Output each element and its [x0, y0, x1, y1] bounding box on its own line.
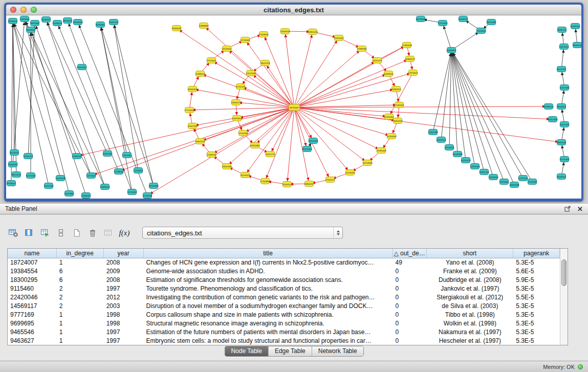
graph-node[interactable]: 10450844: [19, 16, 30, 22]
graph-node[interactable]: 17436244: [206, 152, 216, 158]
graph-node[interactable]: 17485608: [402, 42, 412, 48]
show-columns-icon[interactable]: [23, 227, 35, 239]
zoom-button[interactable]: [31, 7, 37, 13]
graph-node[interactable]: 10581482: [102, 151, 113, 157]
graph-node[interactable]: 10223014: [559, 44, 569, 50]
graph-node[interactable]: 9546327: [42, 17, 51, 23]
graph-node[interactable]: 15069534: [383, 71, 394, 77]
table-scrollbar[interactable]: [560, 249, 568, 345]
graph-node[interactable]: 9634505: [9, 18, 17, 24]
graph-node[interactable]: 17714006: [184, 107, 194, 113]
function-builder-icon[interactable]: f(x): [118, 227, 130, 239]
column-header-pagerank[interactable]: pagerank: [513, 249, 560, 258]
graph-node[interactable]: 15548489: [452, 151, 463, 157]
graph-node[interactable]: 16059741: [458, 16, 468, 22]
graph-node[interactable]: 15961924: [479, 169, 489, 175]
graph-node[interactable]: 15303102: [282, 182, 292, 187]
graph-node[interactable]: 11136558: [143, 193, 153, 199]
graph-node[interactable]: 15958104: [543, 104, 554, 110]
graph-node[interactable]: 12610651: [334, 35, 344, 41]
column-header-name[interactable]: name: [8, 249, 57, 258]
graph-node[interactable]: 9103504: [557, 174, 566, 180]
graph-node[interactable]: 14988890: [199, 23, 209, 29]
graph-node[interactable]: 20610441: [77, 64, 87, 70]
graph-node[interactable]: 16983075: [405, 56, 415, 62]
graph-node[interactable]: 11381111: [72, 154, 81, 159]
graph-node[interactable]: 10205270: [23, 154, 33, 159]
graph-node[interactable]: 16155276: [372, 58, 382, 63]
graph-node[interactable]: 19126904: [302, 146, 312, 152]
graph-node[interactable]: 15734063: [240, 37, 250, 43]
graph-node[interactable]: 9861034: [557, 140, 566, 145]
graph-node[interactable]: 15820306: [222, 164, 232, 169]
graph-node[interactable]: 9856953: [27, 27, 35, 33]
graph-node[interactable]: 10900271: [231, 100, 241, 105]
scrollbar-thumb[interactable]: [561, 259, 567, 286]
minimize-button[interactable]: [20, 7, 27, 13]
graph-hub-node[interactable]: 18724007: [289, 104, 300, 111]
graph-node[interactable]: 12944421: [81, 193, 91, 199]
graph-node[interactable]: 14976160: [470, 164, 480, 169]
table-selector-combobox[interactable]: citations_edges.txt: [142, 227, 343, 239]
graph-node[interactable]: 18022978: [260, 60, 270, 66]
combobox-arrows-icon[interactable]: [333, 227, 342, 238]
graph-node[interactable]: 9824200: [63, 18, 72, 24]
graph-node[interactable]: 16380914: [391, 86, 401, 92]
graph-node[interactable]: 16906098: [509, 182, 519, 188]
table-row[interactable]: 946554611997Estimation of the future num…: [8, 328, 560, 337]
window-titlebar[interactable]: citations_edges.txt: [6, 5, 581, 15]
tab-network-table[interactable]: Network Table: [312, 346, 363, 356]
graph-node[interactable]: 10725264: [26, 173, 36, 179]
column-header-short[interactable]: short: [427, 249, 514, 258]
graph-node[interactable]: 17024604: [258, 32, 269, 37]
graph-node[interactable]: 9697696: [31, 20, 39, 26]
tab-edge-table[interactable]: Edge Table: [268, 346, 312, 356]
graph-node[interactable]: 16906092: [171, 26, 182, 31]
graph-node[interactable]: 12271123: [86, 173, 96, 179]
new-column-icon[interactable]: [71, 227, 83, 239]
graph-node[interactable]: 10770304: [559, 157, 570, 162]
table-row[interactable]: 977716911998Corpus callosum shape and si…: [8, 311, 560, 319]
graph-node[interactable]: 19154504: [308, 138, 318, 144]
graph-node[interactable]: 17999366: [357, 46, 367, 52]
graph-node[interactable]: 15047225: [187, 123, 198, 129]
table-row[interactable]: 911546021997Tourette syndrome. Phenomeno…: [8, 285, 560, 293]
graph-node[interactable]: 10644504: [570, 24, 580, 29]
graph-node[interactable]: 11973622: [408, 70, 418, 76]
graph-node[interactable]: 16961426: [308, 29, 318, 35]
column-header-year[interactable]: year: [104, 249, 144, 258]
table-mode-icon[interactable]: [39, 227, 51, 239]
graph-node[interactable]: 10441312: [108, 19, 119, 25]
close-panel-icon[interactable]: ✕: [577, 206, 583, 212]
graph-node[interactable]: 9804104: [573, 42, 582, 48]
graph-node[interactable]: 10727084: [559, 85, 570, 91]
graph-node[interactable]: 11738544: [114, 169, 124, 174]
column-header-out_degree[interactable]: △ out_de…: [393, 249, 427, 258]
delete-column-icon[interactable]: [86, 227, 99, 239]
graph-node[interactable]: 16240421: [187, 86, 198, 92]
graph-node[interactable]: 14679004: [232, 116, 242, 121]
table-row[interactable]: 2242004622012Investigating the contribut…: [8, 293, 560, 302]
table-options-icon[interactable]: [7, 227, 19, 239]
graph-node[interactable]: 9472105: [12, 172, 21, 178]
graph-node[interactable]: 15367488: [428, 129, 438, 135]
graph-node[interactable]: 16119404: [222, 46, 232, 52]
graph-node[interactable]: 15615771: [265, 151, 275, 157]
network-canvas[interactable]: 1872400715829535169614261261065117999366…: [6, 15, 581, 199]
graph-node[interactable]: 16402131: [195, 139, 205, 144]
graph-node[interactable]: 16224024: [240, 172, 250, 178]
table-row[interactable]: 1830029562008Estimation of significance …: [8, 276, 560, 285]
graph-node[interactable]: 18193044: [416, 16, 426, 22]
graph-node[interactable]: 18216084: [486, 19, 496, 25]
graph-node[interactable]: 16754836: [362, 160, 373, 166]
graph-node[interactable]: 17554300: [238, 130, 248, 136]
graph-node[interactable]: 12752125: [235, 84, 246, 90]
graph-node[interactable]: 17240041: [394, 102, 404, 108]
graph-node[interactable]: 16648374: [446, 48, 456, 53]
graph-node[interactable]: 9174055: [10, 150, 19, 156]
graph-node[interactable]: 9736007: [7, 181, 16, 186]
graph-node[interactable]: 16155270: [461, 158, 471, 163]
graph-node[interactable]: 10237444: [559, 122, 570, 127]
graph-node[interactable]: 11370055: [56, 176, 66, 181]
graph-node[interactable]: 17274021: [206, 58, 216, 63]
